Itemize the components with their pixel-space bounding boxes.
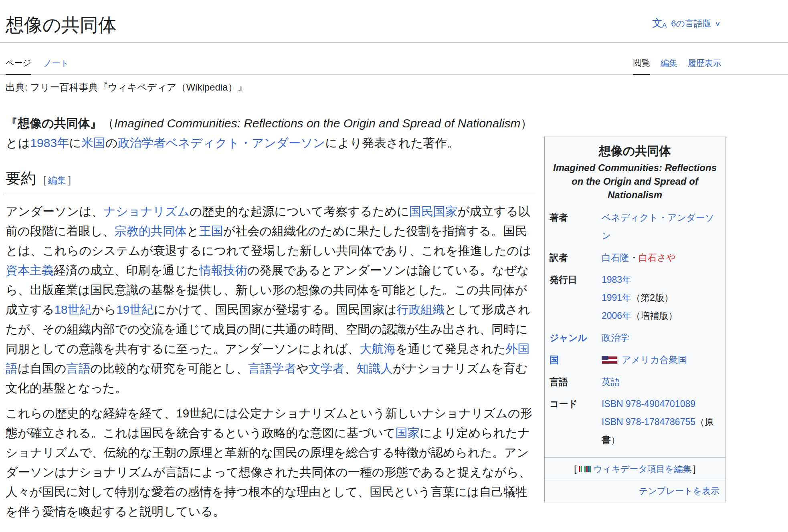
infobox-row-value: 白石隆・白石さや (602, 249, 720, 267)
wiki-link[interactable]: 英語 (602, 377, 620, 387)
wiki-link[interactable]: 1983年 (602, 274, 631, 285)
infobox-rows: 著者ベネディクト・アンダーソン訳者白石隆・白石さや発行日1983年1991年（第… (545, 207, 725, 451)
text-run: と (187, 224, 199, 238)
wiki-link[interactable]: 宗教的共同体 (115, 224, 187, 238)
book-infobox: 想像の共同体 Imagined Communities: Reflections… (544, 137, 725, 502)
infobox-row: 国アメリカ合衆国 (545, 349, 725, 371)
wiki-link[interactable]: 知識人 (357, 362, 393, 375)
text-run: や (296, 362, 309, 375)
infobox-row-label: 著者 (550, 209, 602, 227)
wikidata-barcode-icon (579, 466, 591, 472)
infobox-row-value: 英語 (602, 373, 720, 391)
infobox-row-label: コード (550, 395, 602, 413)
tab-ページ[interactable]: ページ (6, 57, 31, 75)
text-run: アンダーソンは、 (6, 205, 103, 218)
infobox-row: 訳者白石隆・白石さや (545, 247, 725, 269)
edit-section-link[interactable]: 編集 (48, 175, 66, 185)
wikidata-edit-row: [ウィキデータ項目を編集] (545, 458, 725, 480)
wiki-link[interactable]: 政治学者ベネディクト・アンダーソン (118, 136, 325, 149)
view-tabs: 閲覧編集履歴表示 (633, 57, 721, 75)
text-run: 『想像の共同体』 (6, 117, 102, 130)
infobox-row-value: 政治学 (602, 329, 720, 347)
wiki-link[interactable]: 情報技術 (199, 264, 247, 277)
us-flag-icon (602, 356, 618, 364)
infobox-row-label: 発行日 (550, 271, 602, 289)
wiki-link[interactable]: 文学者 (309, 362, 345, 375)
wiki-link[interactable]: 1991年 (602, 292, 631, 303)
text-run: から (92, 303, 116, 316)
bracket: [ (43, 175, 46, 185)
text-run: を通じて発見された (396, 342, 505, 355)
tab-編集[interactable]: 編集 (661, 58, 677, 75)
text-run: にかけて、国民国家が登場する。国民国家は (154, 303, 397, 316)
text-run: 、 (345, 362, 357, 375)
show-template-link[interactable]: テンプレートを表示 (639, 486, 719, 496)
wiki-link[interactable]: 資本主義 (6, 264, 54, 277)
wiki-link[interactable]: ベネディクト・アンダーソン (602, 212, 714, 241)
tab-ノート[interactable]: ノート (43, 58, 69, 75)
wiki-link[interactable]: ISBN 978-1784786755 (602, 417, 695, 427)
text-run: （増補版） (631, 310, 677, 321)
section-heading-summary: 要約[編集] (6, 169, 535, 195)
language-icon: 文A (652, 16, 667, 30)
section-title: 要約 (6, 170, 36, 187)
text-run: の歴史的な起源について考察するために (190, 205, 409, 218)
infobox-row-value: ISBN 978-4904701089ISBN 978-1784786755（原… (602, 395, 720, 449)
namespace-tabs: ページノート (6, 57, 69, 75)
page-header: 想像の共同体 文A 6の言語版 ∨ (0, 0, 788, 43)
wiki-link[interactable]: 2006年 (602, 310, 631, 321)
infobox-row-label: 言語 (550, 373, 602, 391)
bracket: ] (68, 175, 71, 185)
wiki-link[interactable]: 19世紀 (116, 303, 154, 316)
wiki-link[interactable]: 国民国家 (409, 205, 457, 218)
infobox-row: 発行日1983年1991年（第2版）2006年（増補版） (545, 269, 725, 327)
tab-履歴表示[interactable]: 履歴表示 (688, 58, 721, 75)
language-count-label: 6の言語版 (671, 18, 711, 30)
language-switcher-button[interactable]: 文A 6の言語版 ∨ (652, 16, 720, 30)
infobox-row-label[interactable]: ジャンル (550, 329, 602, 347)
text-run: により定められたナショナリズムで、伝統的な王朝の原理と革新的な国民の原理を総合す… (6, 426, 531, 518)
wikidata-edit-link[interactable]: ウィキデータ項目を編集 (593, 464, 691, 474)
infobox-subtitle: Imagined Communities: Reflections on the… (545, 160, 725, 207)
wiki-link[interactable]: 行政組織 (396, 303, 445, 316)
wiki-link[interactable]: 白石隆 (602, 252, 629, 263)
wiki-link[interactable]: ナショナリズム (103, 205, 190, 218)
infobox-row-label[interactable]: 国 (550, 351, 602, 369)
text-run: に (69, 136, 81, 149)
text-run: は自国の (18, 362, 66, 375)
wiki-link[interactable]: 政治学 (602, 332, 629, 343)
wiki-link[interactable]: アメリカ合衆国 (622, 355, 687, 365)
wiki-link[interactable]: 言語 (66, 362, 90, 375)
wiki-link[interactable]: 1983年 (30, 136, 69, 149)
wikipedia-article-page: 想像の共同体 文A 6の言語版 ∨ ページノート 閲覧編集履歴表示 出典: フリ… (0, 0, 788, 532)
infobox-row: 言語英語 (545, 371, 725, 393)
bracket: [ (574, 464, 576, 474)
tab-閲覧[interactable]: 閲覧 (633, 57, 650, 75)
wiki-link[interactable]: 18世紀 (54, 303, 91, 316)
wiki-link[interactable]: 言語学者 (248, 362, 296, 375)
text-run: 経済の成立、印刷を通じた (54, 264, 199, 277)
article-body: 想像の共同体 Imagined Communities: Reflections… (6, 113, 782, 521)
article-tabbar: ページノート 閲覧編集履歴表示 (0, 43, 788, 75)
wiki-link[interactable]: 王国 (199, 224, 223, 238)
wiki-link[interactable]: 国家 (396, 426, 420, 439)
text-run: の比較的な研究を可能とし、 (90, 362, 248, 375)
infobox-title: 想像の共同体 (545, 141, 725, 160)
text-run: ・ (629, 252, 638, 263)
red-link[interactable]: 白石さや (638, 252, 676, 263)
infobox-row: ジャンル政治学 (545, 327, 725, 349)
site-subtitle: 出典: フリー百科事典『ウィキペディア（Wikipedia）』 (6, 81, 782, 94)
text-run: により発表された著作。 (325, 136, 459, 149)
infobox-row: コードISBN 978-4904701089ISBN 978-178478675… (545, 393, 725, 451)
edit-section: [編集] (43, 175, 71, 185)
wiki-link[interactable]: 米国 (81, 136, 105, 149)
infobox-row-label: 訳者 (550, 249, 602, 267)
chevron-down-icon: ∨ (715, 20, 721, 27)
text-run: （ (102, 117, 114, 130)
template-row: テンプレートを表示 (545, 480, 725, 499)
text-run: の (105, 136, 118, 149)
wiki-link[interactable]: ISBN 978-4904701089 (602, 399, 695, 409)
wiki-link[interactable]: 大航海 (360, 342, 396, 355)
infobox-row-value: アメリカ合衆国 (602, 351, 720, 369)
infobox-row: 著者ベネディクト・アンダーソン (545, 207, 725, 247)
